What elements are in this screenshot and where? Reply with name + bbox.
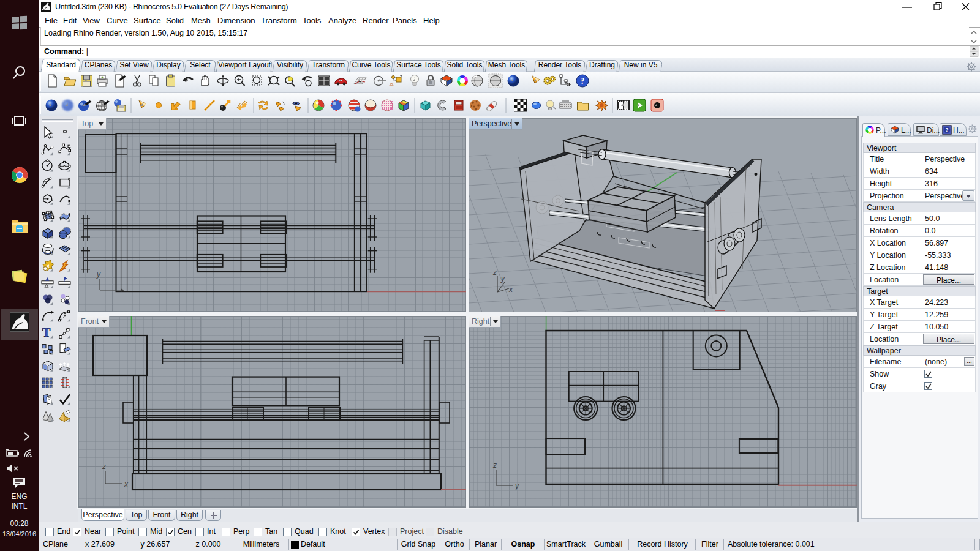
svg-text:y: y: [96, 270, 101, 279]
svg-text:y: y: [500, 274, 505, 283]
svg-text:?: ?: [945, 127, 948, 133]
svg-text:x: x: [508, 285, 513, 294]
svg-text:y: y: [514, 482, 519, 490]
svg-text:z: z: [102, 462, 106, 471]
svg-text:z: z: [492, 268, 497, 277]
svg-text:z: z: [492, 461, 497, 470]
svg-text:T: T: [42, 326, 51, 339]
svg-text:x: x: [124, 480, 129, 489]
